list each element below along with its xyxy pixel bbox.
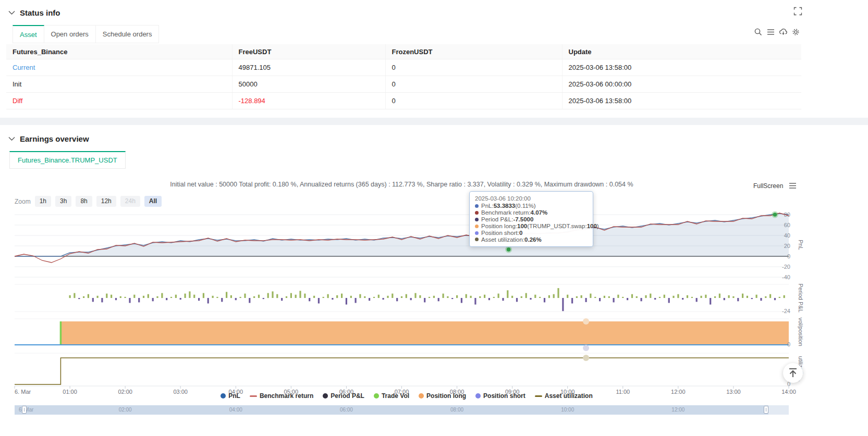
legend-label: Trade Vol	[382, 392, 409, 400]
tab-asset[interactable]: Asset	[13, 25, 44, 43]
zoom-button-all[interactable]: All	[144, 196, 162, 207]
table-cell: 50000	[232, 76, 385, 93]
legend-item-trade-vol[interactable]: Trade Vol	[374, 392, 409, 400]
row-label-diff: Diff	[6, 93, 232, 109]
chart-toolbox: FullScreen	[753, 181, 797, 190]
datazoom-slider[interactable]: 6. Mar02:0004:0006:0008:0010:0012:00	[15, 405, 789, 415]
collapse-chevron-icon[interactable]	[8, 136, 15, 141]
status-toolbar	[754, 28, 800, 36]
series-dot-icon	[475, 225, 479, 228]
status-info-title: Status info	[20, 8, 60, 17]
table-cell: 0	[385, 76, 562, 93]
minimap-label: 04:00	[229, 407, 242, 413]
chart-tooltip: 2025-03-06 10:20:00 PnL: 53.3833 (0.11%)…	[469, 191, 593, 247]
axis-name: Period P&L	[798, 283, 804, 313]
legend-marker	[221, 393, 226, 398]
legend-label: Benchmark return	[260, 392, 313, 400]
table-cell: 49871.105	[232, 59, 385, 76]
series-dot-icon	[475, 238, 479, 241]
earnings-tab-label: Futures_Binance.TRUMP_USDT	[18, 156, 117, 164]
minimap-unselected	[768, 405, 789, 415]
status-info-header: Status info	[8, 7, 60, 18]
zoom-button-24h: 24h	[120, 196, 140, 207]
legend-marker	[535, 395, 542, 397]
row-label-init: Init	[6, 76, 232, 93]
minimap-label: 02:00	[119, 407, 132, 413]
series-dot-icon	[475, 231, 479, 235]
legend-item-position-short[interactable]: Position short	[475, 392, 525, 400]
legend-label: Position short	[483, 392, 525, 400]
tab-futures-binance-trump-usdt[interactable]: Futures_Binance.TRUMP_USDT	[9, 151, 126, 169]
table-cell: 2025-03-06 00:00:00	[562, 76, 801, 93]
legend-marker	[323, 393, 328, 398]
search-icon[interactable]	[754, 28, 763, 36]
legend-marker	[374, 393, 379, 398]
menu-icon[interactable]	[766, 28, 775, 36]
column-header: Futures_Binance	[6, 44, 232, 59]
legend-label: Period P&L	[331, 392, 364, 400]
axis-name: PnL	[798, 240, 804, 250]
legend-item-benchmark-return[interactable]: Benchmark return	[250, 392, 313, 400]
svg-text:-40: -40	[782, 274, 790, 280]
tab-open-orders[interactable]: Open orders	[44, 25, 96, 43]
legend-label: PnL	[228, 392, 240, 400]
table-cell: 0	[385, 59, 562, 76]
table-cell: -128.894	[232, 93, 385, 109]
series-dot-icon	[475, 204, 479, 208]
legend-label: Position long	[426, 392, 466, 400]
tooltip-row: Benchmark return: 4.07%	[475, 209, 588, 216]
table-row: Current49871.10502025-03-06 13:58:00	[6, 59, 801, 76]
tooltip-row: Position long: 100 (TRUMP_USDT.swap:100)	[475, 223, 588, 230]
datazoom-handle-right[interactable]	[764, 406, 768, 414]
zoom-button-12h[interactable]: 12h	[96, 196, 116, 207]
earnings-title: Earnings overview	[20, 134, 89, 143]
table-cell: 0	[385, 93, 562, 109]
row-label-current[interactable]: Current	[6, 59, 232, 76]
legend-item-period-p&l[interactable]: Period P&L	[323, 392, 364, 400]
earnings-header: Earnings overview	[8, 133, 89, 144]
zoom-controls: Zoom 1h3h8h12h24hAll	[15, 196, 162, 207]
legend-label: Asset utilization	[545, 392, 593, 400]
svg-text:-24: -24	[782, 308, 790, 314]
tooltip-row: Period P&L: -7.5000	[475, 216, 588, 223]
chart-summary: Initial net value : 50000 Total profit: …	[15, 181, 789, 188]
tab-schedule-orders[interactable]: Schedule orders	[96, 25, 160, 43]
zoom-button-1h[interactable]: 1h	[35, 196, 51, 207]
fullscreen-button[interactable]: FullScreen	[753, 182, 783, 190]
legend-item-asset-utilization[interactable]: Asset utilization	[535, 392, 593, 400]
axis-name: vol/position	[798, 317, 804, 346]
legend-item-pnl[interactable]: PnL	[221, 392, 240, 400]
legend-marker	[475, 393, 481, 398]
minimap-label: 08:00	[450, 407, 463, 413]
table-row: Init5000002025-03-06 00:00:00	[6, 76, 801, 93]
chart-legend: PnLBenchmark returnPeriod P&LTrade VolPo…	[0, 392, 813, 400]
expand-icon[interactable]	[793, 7, 802, 16]
minimap-label: 10:00	[561, 407, 574, 413]
minimap-label: 12:00	[671, 407, 684, 413]
table-row: Diff-128.89402025-03-06 13:58:00	[6, 93, 801, 109]
svg-text:0: 0	[787, 341, 790, 347]
legend-item-position-long[interactable]: Position long	[419, 392, 466, 400]
earnings-chart[interactable]: 806040200-20-40-24006. Mar01:0002:0003:0…	[0, 208, 813, 422]
back-to-top-button[interactable]	[783, 363, 803, 383]
tooltip-row: Position short: 0	[475, 230, 588, 236]
collapse-chevron-icon[interactable]	[8, 10, 15, 15]
asset-table: Futures_BinanceFreeUSDTFrozenUSDTUpdateC…	[6, 44, 801, 109]
status-tabs: AssetOpen ordersSchedule orders	[13, 25, 159, 43]
column-header: FreeUSDT	[232, 44, 385, 59]
minimap-label: 06:00	[340, 407, 353, 413]
legend-marker	[419, 393, 424, 398]
tooltip-row: Asset utilization: 0.26%	[475, 236, 588, 243]
table-cell: 2025-03-06 13:58:00	[562, 93, 801, 109]
zoom-button-3h[interactable]: 3h	[55, 196, 71, 207]
cloud-download-icon[interactable]	[779, 28, 788, 36]
column-header: FrozenUSDT	[385, 44, 562, 59]
series-dot-icon	[475, 218, 479, 221]
datazoom-handle-left[interactable]	[22, 406, 27, 414]
settings-icon[interactable]	[791, 28, 800, 36]
zoom-button-8h[interactable]: 8h	[76, 196, 92, 207]
chart-menu-icon[interactable]	[788, 181, 797, 190]
screen: Status info AssetOpen ordersSchedule ord…	[0, 0, 868, 436]
tooltip-timestamp: 2025-03-06 10:20:00	[475, 195, 588, 202]
svg-text:-20: -20	[782, 264, 790, 270]
